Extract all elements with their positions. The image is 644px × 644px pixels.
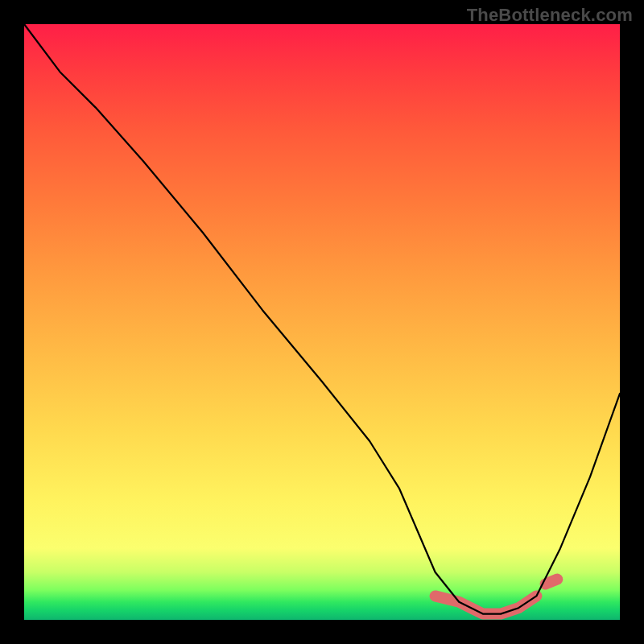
chart-svg	[24, 24, 620, 620]
outer-frame: TheBottleneck.com	[0, 0, 644, 644]
watermark-text: TheBottleneck.com	[467, 5, 633, 26]
plot-area	[24, 24, 620, 620]
optimal-range-extra-dot	[546, 580, 558, 584]
bottleneck-curve	[24, 24, 620, 614]
optimal-range-highlight	[436, 596, 537, 613]
